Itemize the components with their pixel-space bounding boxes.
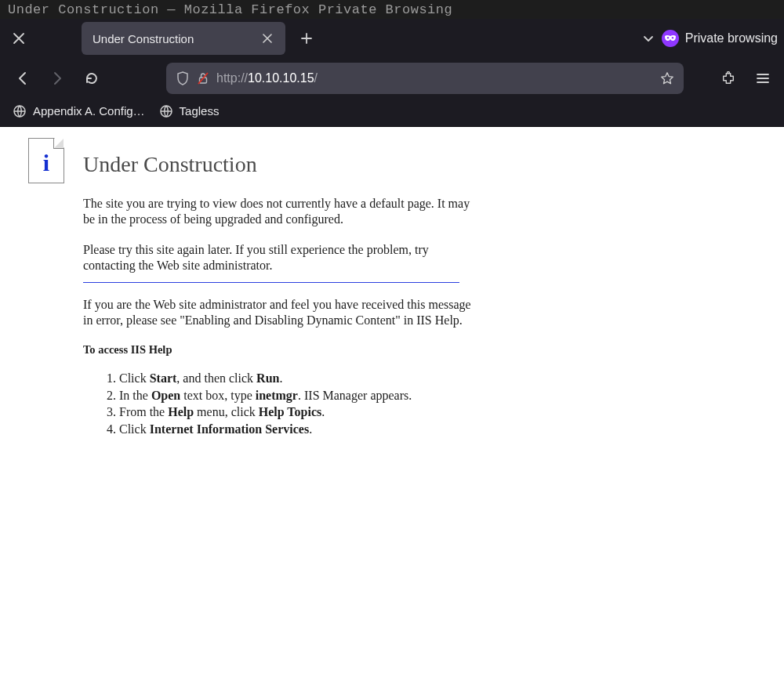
insecure-lock-icon[interactable] — [194, 71, 212, 85]
window-close-button[interactable] — [3, 23, 34, 54]
window-title: Under Construction — Mozilla Firefox Pri… — [0, 0, 784, 19]
private-label: Private browsing — [685, 31, 778, 45]
bookmark-label: Appendix A. Config… — [33, 104, 145, 118]
tab-active[interactable]: Under Construction — [82, 22, 285, 55]
reload-button[interactable] — [77, 63, 107, 93]
tab-title: Under Construction — [93, 32, 257, 45]
paragraph: Please try this site again later. If you… — [83, 242, 471, 274]
info-page-icon: i — [28, 138, 64, 183]
list-item: Click Internet Information Services. — [119, 422, 471, 438]
list-item: In the Open text box, type inetmgr. IIS … — [119, 388, 471, 404]
steps-list: Click Start, and then click Run. In the … — [119, 371, 471, 438]
subheading: To access IIS Help — [83, 343, 471, 357]
bookmarks-toolbar: Appendix A. Config… Tagless — [0, 99, 784, 127]
bookmark-label: Tagless — [180, 104, 220, 118]
bookmark-item[interactable]: Appendix A. Config… — [13, 104, 145, 118]
globe-icon — [13, 104, 27, 118]
app-menu-button[interactable] — [748, 63, 778, 93]
forward-button — [42, 63, 72, 93]
page-heading: Under Construction — [83, 152, 471, 177]
extensions-button[interactable] — [713, 63, 743, 93]
url-text[interactable]: http://10.10.10.15/ — [212, 71, 659, 85]
bookmark-star-button[interactable] — [659, 71, 676, 85]
shield-icon[interactable] — [174, 71, 191, 85]
divider — [83, 282, 459, 283]
tab-strip: Under Construction Private browsing — [0, 19, 784, 58]
svg-point-0 — [667, 37, 669, 38]
paragraph: The site you are trying to view does not… — [83, 196, 471, 228]
globe-icon — [159, 104, 173, 118]
bookmark-item[interactable]: Tagless — [159, 104, 220, 118]
url-bar[interactable]: http://10.10.10.15/ — [166, 63, 684, 94]
all-tabs-button[interactable] — [635, 25, 662, 52]
page-content: i Under Construction The site you are tr… — [0, 127, 784, 688]
private-browsing-indicator: Private browsing — [662, 30, 781, 47]
svg-point-1 — [672, 37, 673, 38]
list-item: From the Help menu, click Help Topics. — [119, 404, 471, 421]
tab-close-button[interactable] — [257, 28, 278, 49]
nav-toolbar: http://10.10.10.15/ — [0, 58, 784, 99]
back-button[interactable] — [8, 63, 38, 93]
paragraph: If you are the Web site administrator an… — [83, 297, 471, 329]
new-tab-button[interactable] — [293, 25, 320, 52]
mask-icon — [662, 30, 679, 47]
list-item: Click Start, and then click Run. — [119, 371, 471, 387]
